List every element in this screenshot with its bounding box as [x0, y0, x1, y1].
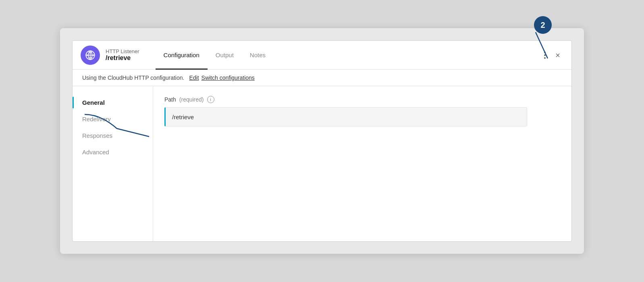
switch-configurations-link[interactable]: Switch configurations	[202, 75, 255, 81]
close-button[interactable]: ×	[552, 50, 563, 61]
info-icon[interactable]: i	[207, 96, 214, 103]
main-content: Path (required) i	[153, 86, 571, 241]
dot	[544, 54, 546, 56]
path-input[interactable]	[164, 107, 527, 126]
header-title: HTTP Listener /retrieve	[106, 48, 139, 62]
sidebar: General Redelivery Responses Advanced	[73, 86, 153, 241]
header-actions: ×	[542, 50, 563, 61]
sidebar-item-general[interactable]: General	[73, 94, 153, 111]
dot	[544, 52, 546, 53]
sidebar-item-advanced[interactable]: Advanced	[73, 144, 153, 160]
config-bar: Using the CloudHub HTTP configuration. E…	[73, 70, 571, 86]
tab-output[interactable]: Output	[208, 41, 242, 70]
annotation-2: 2	[534, 16, 552, 34]
field-label: Path (required) i	[164, 96, 560, 103]
edit-link[interactable]: Edit	[189, 75, 199, 81]
sidebar-item-responses[interactable]: Responses	[73, 127, 153, 144]
http-listener-icon	[81, 46, 100, 65]
panel-body: 1 General Redelivery Responses Adva	[73, 86, 571, 241]
tab-configuration[interactable]: Configuration	[156, 41, 208, 70]
panel-header: HTTP Listener /retrieve Configuration Ou…	[73, 41, 571, 70]
tab-notes[interactable]: Notes	[242, 41, 274, 70]
component-type: HTTP Listener	[106, 48, 139, 54]
config-bar-text: Using the CloudHub HTTP configuration.	[82, 75, 184, 81]
sidebar-item-redelivery[interactable]: Redelivery	[73, 111, 153, 127]
field-required: (required)	[179, 96, 204, 103]
header-tabs: Configuration Output Notes	[156, 41, 543, 69]
more-actions-button[interactable]	[542, 50, 547, 60]
component-name: /retrieve	[106, 54, 139, 62]
panel: HTTP Listener /retrieve Configuration Ou…	[72, 40, 572, 242]
dot	[544, 57, 546, 59]
